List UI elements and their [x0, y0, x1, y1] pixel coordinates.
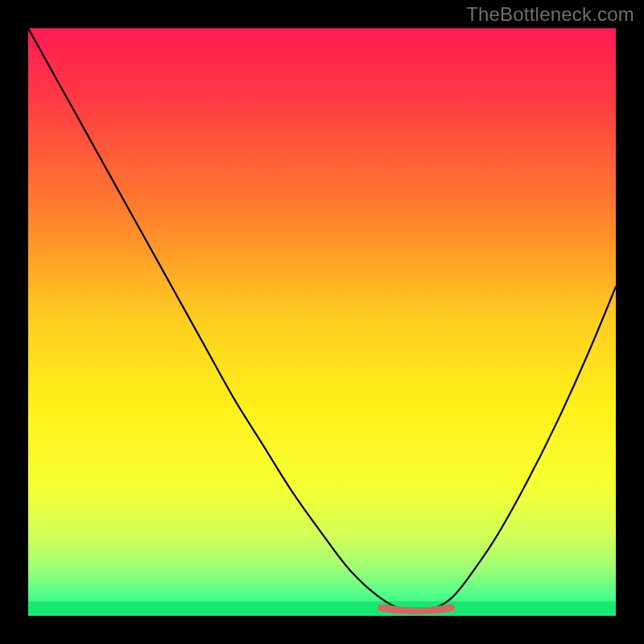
watermark-text: TheBottleneck.com [466, 3, 634, 26]
highlight-dot [435, 608, 440, 613]
highlight-dot [408, 609, 413, 613]
highlight-dot [426, 608, 431, 613]
highlight-dot [382, 606, 386, 611]
plot-area [28, 28, 616, 616]
highlight-dot [399, 608, 404, 613]
chart-svg [28, 28, 616, 616]
highlight-dot [417, 609, 422, 613]
bottom-band [28, 601, 616, 616]
highlight-dot [448, 606, 452, 611]
gradient-background [28, 28, 616, 616]
highlight-dot [444, 607, 448, 612]
chart-frame: TheBottleneck.com [0, 0, 644, 644]
highlight-dot [390, 607, 395, 612]
